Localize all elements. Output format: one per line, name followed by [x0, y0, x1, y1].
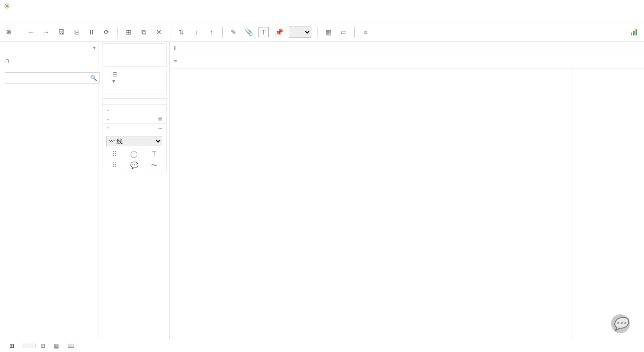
viz-title [176, 72, 565, 78]
fields-tree [0, 93, 99, 339]
legend-title [575, 72, 640, 76]
marks-all-row[interactable]: ⌄ [102, 104, 166, 114]
svg-rect-6 [636, 29, 637, 35]
tab-analysis[interactable] [45, 42, 91, 54]
filters-shelf[interactable] [102, 71, 167, 94]
shelves-panel: ⌄ ⌄▤ ⌃〜 〰 线 ⠿ ◯ T ⠿ 💬 〜 [99, 42, 170, 339]
new-datasource-button[interactable]: ⎘ [71, 27, 82, 37]
sort-asc-button[interactable]: ↓ [191, 27, 201, 37]
marks-color-button[interactable]: ⠿ [104, 148, 124, 159]
legend [571, 68, 644, 339]
marks-x-row[interactable]: ⌄▤ [102, 114, 166, 123]
pause-updates-button[interactable]: ⏸ [86, 27, 97, 37]
highlight-button[interactable]: ✎ [228, 27, 239, 37]
visualization[interactable] [170, 68, 571, 339]
titlebar [0, 0, 644, 12]
share-button[interactable]: ∝ [360, 27, 371, 37]
marks-tooltip-button[interactable]: 💬 [124, 159, 144, 171]
datasource-row[interactable]: 🗋 [0, 54, 99, 68]
show-cards-button[interactable]: ▦ [323, 27, 334, 37]
pin-button[interactable]: 📌 [274, 27, 284, 37]
search-input[interactable] [5, 72, 100, 84]
marks-size-button[interactable]: ◯ [124, 148, 144, 159]
swap-button[interactable]: ⇅ [176, 27, 186, 37]
datasource-icon: 🗋 [5, 58, 10, 65]
svg-rect-4 [631, 33, 632, 35]
attach-button[interactable]: 📎 [243, 27, 254, 37]
marks-header [102, 99, 166, 104]
content-area: ⦀ ≡ [170, 42, 644, 339]
save-button[interactable]: 🖫 [56, 27, 67, 37]
marks-detail-button[interactable]: ⠿ [104, 159, 124, 171]
mark-type-select[interactable]: 〰 线 [106, 136, 162, 146]
marks-label-button[interactable]: T [144, 148, 164, 159]
redo-button[interactable]: → [41, 27, 51, 37]
refresh-button[interactable]: ⟳ [101, 27, 112, 37]
tab-data[interactable] [0, 42, 45, 54]
svg-rect-5 [633, 31, 635, 35]
duplicate-button[interactable]: ⧉ [139, 27, 149, 37]
toolbar: ❋ ← → 🖫 ⎘ ⏸ ⟳ ⊞ ⧉ ✕ ⇅ ↓ ↑ ✎ 📎 T 📌 ▦ ▭ ∝ [0, 23, 644, 42]
datasource-tab[interactable]: ⊞ [3, 340, 21, 352]
menubar [0, 12, 644, 23]
tableau-logo-icon [4, 3, 10, 9]
new-worksheet-button[interactable]: ⊞ [124, 27, 134, 37]
tables-header [0, 87, 99, 93]
data-panel: ▾ 🗋 🔍 ☰ ▾ [0, 42, 99, 339]
marks-path-button[interactable]: 〜 [144, 159, 164, 171]
clear-button[interactable]: ✕ [154, 27, 164, 37]
data-pane-menu-icon[interactable]: ▾ [90, 42, 99, 54]
rows-icon: ≡ [174, 59, 177, 65]
new-dashboard-icon[interactable]: ▦ [50, 340, 63, 352]
search-icon: 🔍 [90, 75, 97, 81]
sort-desc-button[interactable]: ↑ [206, 27, 217, 37]
columns-icon: ⦀ [174, 45, 176, 51]
new-worksheet-icon[interactable]: ⊞ [37, 340, 49, 352]
pages-shelf[interactable] [102, 43, 167, 67]
label-button[interactable]: T [259, 27, 269, 37]
undo-button[interactable]: ← [26, 27, 36, 37]
new-story-icon[interactable]: 📖 [64, 340, 78, 352]
marks-x2-row[interactable]: ⌃〜 [102, 123, 166, 134]
presentation-button[interactable]: ▭ [338, 27, 349, 37]
show-me-button[interactable] [631, 29, 640, 35]
sheet-tabs: ⊞ ⊞ ▦ 📖 [0, 339, 644, 352]
columns-shelf[interactable]: ⦀ [170, 42, 644, 55]
marks-card: ⌄ ⌄▤ ⌃〜 〰 线 ⠿ ◯ T ⠿ 💬 〜 [102, 98, 167, 171]
rows-shelf[interactable]: ≡ [170, 55, 644, 68]
worksheet-tab[interactable] [22, 344, 36, 348]
fit-select[interactable] [289, 26, 311, 38]
tableau-icon[interactable]: ❋ [4, 27, 14, 37]
show-me-icon [631, 29, 637, 35]
radar-chart[interactable] [176, 78, 553, 314]
